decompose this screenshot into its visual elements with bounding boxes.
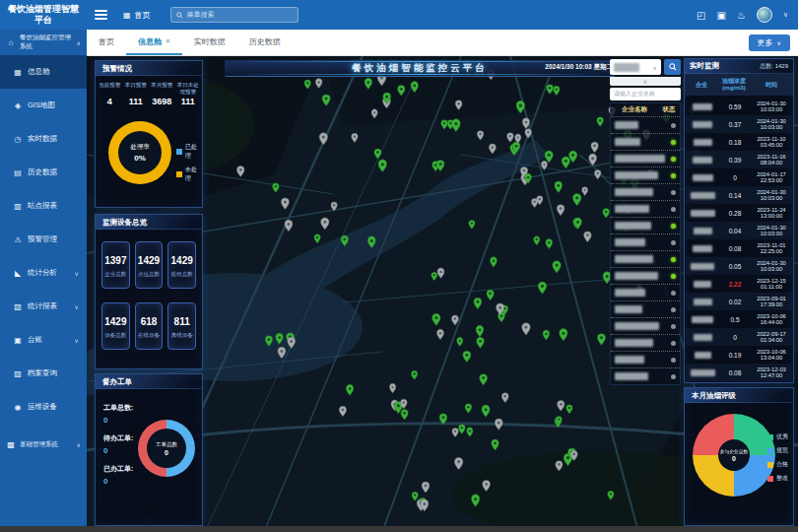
realtime-row[interactable]: 0.082023-12-03 12:47:00 [686,364,792,381]
sidebar-items: ▦信息舱◈GIS地图◷实时数据▤历史数据▥站点报表⚠预警管理◣统计分析∨▧统计报… [0,55,87,424]
sidebar-item-ledger[interactable]: ▣台账∨ [0,323,87,357]
company-row[interactable] [611,166,680,183]
company-name-input[interactable]: 请输入企业名称 [610,88,681,100]
realtime-row[interactable]: 0.182023-11-10 03:45:00 [686,133,792,151]
realtime-row[interactable]: 0.142024-01-30 10:03:00 [686,186,792,204]
realtime-row[interactable]: 02024-01-17 22:53:00 [686,168,792,186]
status-dot-offline [671,123,676,128]
chevron-down-icon: ∨ [777,39,781,46]
more-button[interactable]: 更多 ∨ [749,34,790,51]
legend-item: 未处理 [176,166,202,183]
tab-history-data[interactable]: 历史数据 [237,30,293,55]
realtime-row[interactable]: 0.372024-01-30 10:03:00 [686,115,792,133]
realtime-panel-header: 实时监测 总数: 1429 [685,59,793,74]
realtime-row[interactable]: 02022-09-17 01:34:00 [686,328,792,346]
company-row[interactable] [611,250,680,267]
tab-info-cabin[interactable]: 信息舱× [126,30,182,55]
realtime-row[interactable]: 0.592024-01-30 10:03:00 [686,98,792,115]
device-stat-box: 811离线设备 [167,302,196,350]
close-icon[interactable]: × [166,37,170,45]
company-row[interactable] [611,150,680,166]
user-avatar[interactable] [757,7,772,23]
sidebar-item-alarm-mgmt[interactable]: ⚠预警管理 [0,223,87,256]
company-name-column: 企业名称 [611,105,658,114]
message-icon[interactable]: ♨ [737,10,746,21]
sidebar-group-base-system[interactable]: ▩ 基础管理系统 ∨ [0,432,87,457]
company-row[interactable] [611,233,680,250]
collapse-toggle[interactable]: ∧ [610,77,681,86]
status-dot-offline [671,240,676,245]
map-icon: ◈ [13,101,23,110]
company-row[interactable] [611,267,680,284]
dashboard: 餐饮油烟智能监控云平台 2024/1/30 10:03 星期二 预警情况 当前预… [87,56,798,532]
status-column: 状态 [658,105,680,114]
realtime-row[interactable]: 0.022023-09-01 17:39:00 [686,293,792,310]
sidebar-item-ops-device[interactable]: ◉运维设备 [0,390,87,424]
company-row[interactable] [611,351,680,367]
company-row[interactable] [611,334,680,351]
rating-legend: 优秀规范合格整改 [767,428,788,488]
realtime-row[interactable]: 0.192023-10-06 13:04:00 [686,346,792,364]
chevron-down-icon: ∨ [75,337,79,344]
layout-icon[interactable]: ▣ [716,10,725,21]
alarm-stat-label: 本月预警 [149,82,175,96]
sidebar-item-archive-query[interactable]: ▨档案查询 [0,357,87,390]
stat-report-icon: ▧ [13,302,23,311]
realtime-row[interactable]: 0.042024-01-30 10:03:00 [686,222,792,239]
breadcrumb[interactable]: ▦ 首页 [123,10,151,21]
tab-realtime-data[interactable]: 实时数据 [182,30,237,55]
sidebar-item-gis-map[interactable]: ◈GIS地图 [0,89,87,122]
topbar-actions: ◰▣♨ ∨ [697,7,788,23]
realtime-total: 总数: 1429 [760,62,788,71]
menu-search-input[interactable]: 菜单搜索 [170,7,299,23]
hamburger-menu-icon[interactable] [95,10,107,20]
sidebar-item-history-data[interactable]: ▤历史数据 [0,156,87,189]
ledger-icon: ▣ [13,336,23,345]
company-row[interactable] [611,200,680,217]
sidebar-item-label: 统计分析 [28,268,57,278]
timestamp: 2024-01-30 10:03:00 [751,118,792,130]
company-row[interactable] [611,317,680,334]
sidebar-item-stat-analysis[interactable]: ◣统计分析∨ [0,256,87,290]
sidebar-item-site-report[interactable]: ▥站点报表 [0,189,87,223]
realtime-row[interactable]: 0.52023-10-06 16:44:00 [686,310,792,328]
blurred-company-cell [686,210,719,217]
company-row[interactable] [611,133,680,150]
legend-item: 规范 [767,446,788,455]
concentration-value: 0.39 [719,157,751,164]
realtime-row[interactable]: 0.282023-11-24 13:00:00 [686,204,792,222]
map-datetime: 2024/1/30 10:03 星期二 [532,63,613,72]
alarm-stat-value: 3698 [149,97,175,106]
company-row[interactable] [611,300,680,317]
sidebar-item-stat-report[interactable]: ▧统计报表∨ [0,290,87,323]
blurred-company-cell [686,157,719,164]
tab-home[interactable]: 首页 [87,30,126,55]
home-icon: ⌂ [6,38,16,47]
alarm-stat-label: 本日预警 [123,82,150,96]
blurred-company-name [615,222,651,230]
alarm-stat-label: 当前预警 [97,82,123,96]
theme-icon[interactable]: ◰ [697,10,705,21]
company-row[interactable] [611,116,680,133]
sidebar-item-realtime-data[interactable]: ◷实时数据 [0,122,87,156]
company-search-button[interactable] [664,59,681,75]
company-search-overlay: ∨ ∧ 请输入企业名称 企业名称 状态 [610,59,681,385]
company-row[interactable] [611,217,680,233]
more-button-label: 更多 [758,37,773,48]
sidebar-item-label: 预警管理 [28,234,57,244]
realtime-row[interactable]: 0.052024-01-30 10:03:00 [686,257,792,275]
sidebar-group-restaurant-system[interactable]: ⌂ 餐饮油烟监控管理系统 ∧ [0,30,87,55]
sidebar-item-info-cabin[interactable]: ▦信息舱 [0,55,87,89]
company-row[interactable] [611,183,680,200]
company-select[interactable]: ∨ [610,59,661,75]
blurred-company-name [691,263,714,270]
blurred-selected-value [614,63,639,72]
realtime-row[interactable]: 0.392023-11-16 08:04:00 [686,151,792,168]
alarm-donut-chart: 处理率 0% [108,121,171,184]
realtime-row[interactable]: 0.082023-11-01 22:25:00 [686,239,792,257]
realtime-table-header: 企业 油烟浓度 (mg/m3) 时间 [685,74,793,96]
company-row[interactable] [611,367,680,384]
realtime-row[interactable]: 2.222023-12-15 01:11:00 [686,275,792,293]
chevron-down-icon[interactable]: ∨ [783,11,788,19]
company-row[interactable] [611,284,680,300]
